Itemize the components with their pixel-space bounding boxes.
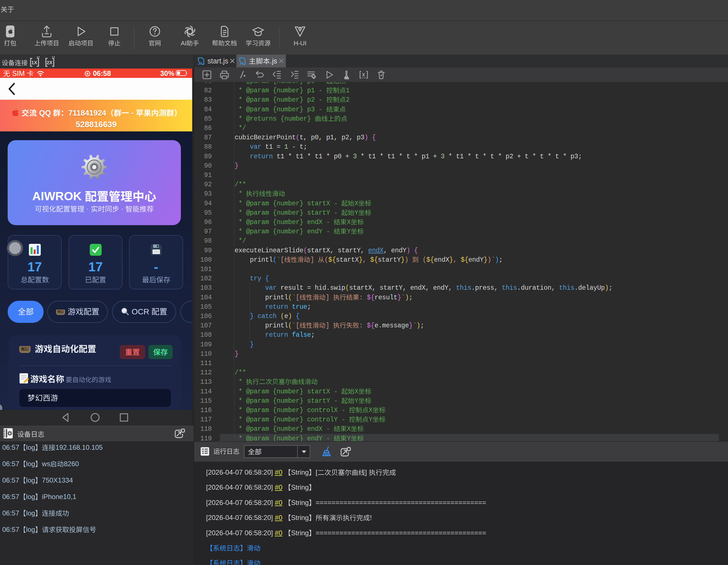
svg-text:Js: Js (198, 61, 203, 65)
svg-text:X: X (362, 72, 365, 77)
svg-text:1X: 1X (31, 60, 37, 65)
svg-text:2X: 2X (47, 60, 53, 65)
svg-text:*: * (243, 74, 246, 80)
svg-text:Js: Js (239, 61, 244, 65)
